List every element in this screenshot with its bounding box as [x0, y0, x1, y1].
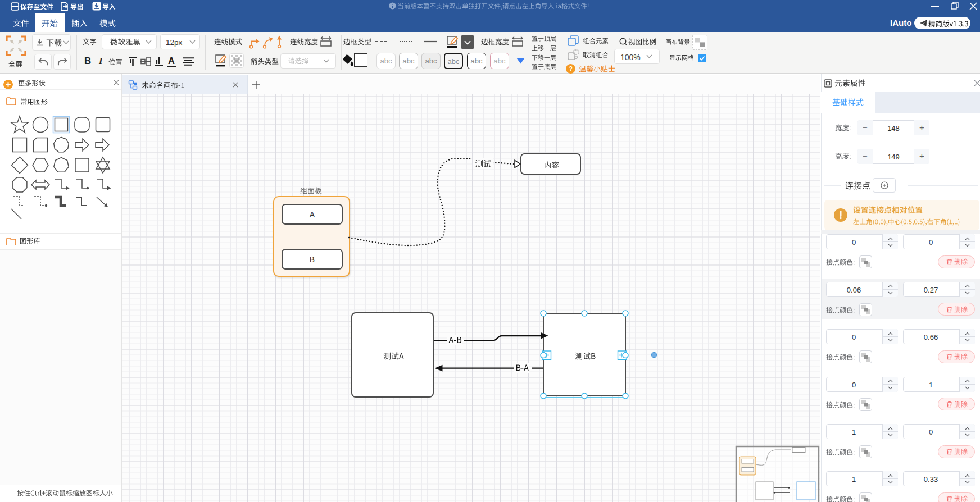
svg-text:?: ?: [569, 65, 573, 72]
